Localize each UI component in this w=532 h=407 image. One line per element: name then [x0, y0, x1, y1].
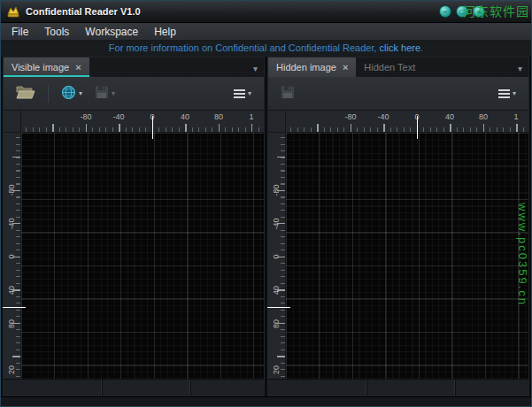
tab-label: Hidden Text [364, 62, 415, 73]
horizontal-ruler: -80 -40 0 40 80 1 [21, 111, 264, 133]
open-from-web-button[interactable]: ▾ [57, 81, 87, 106]
chevron-down-icon: ▾ [513, 89, 516, 97]
vertical-ruler: -80 -40 0 40 80 20 [4, 133, 21, 379]
globe-icon [61, 85, 76, 103]
info-text-suffix: . [420, 42, 423, 53]
hidden-image-canvas[interactable] [286, 133, 528, 379]
ruler-label: -80 [80, 112, 91, 121]
save-image-button[interactable]: ▾ [90, 81, 120, 105]
save-hidden-image-button[interactable] [276, 81, 299, 105]
hidden-tabbar: Hidden image × Hidden Text ▾ [268, 58, 528, 77]
hidden-status-row [268, 379, 528, 395]
info-text: For more information on Confidential and… [109, 42, 380, 53]
horizontal-ruler: -80 -40 0 40 80 1 [286, 111, 528, 133]
minimize-button[interactable]: − [439, 5, 451, 18]
save-icon [281, 85, 295, 102]
zero-marker [3, 307, 26, 308]
window-title: Confidential Reader V1.0 [26, 6, 141, 17]
save-icon [95, 85, 109, 102]
open-folder-icon [16, 85, 35, 102]
ruler-ticks [21, 124, 264, 132]
tab-close-icon[interactable]: × [75, 63, 81, 72]
tab-visible-image[interactable]: Visible image × [4, 58, 89, 77]
chevron-down-icon: ▾ [79, 89, 82, 97]
status-cell [4, 380, 103, 395]
chevron-down-icon: ▾ [248, 89, 251, 97]
tab-list-dropdown-icon[interactable]: ▾ [253, 64, 264, 77]
close-button[interactable]: × [473, 5, 485, 18]
visible-toolbar: ▾ ▾ ▾ [4, 77, 264, 111]
tab-hidden-text[interactable]: Hidden Text [356, 58, 423, 77]
status-cell [367, 380, 456, 395]
status-cell [268, 380, 367, 395]
maximize-button[interactable]: □ [456, 5, 468, 18]
hidden-image-panel: Hidden image × Hidden Text ▾ [267, 57, 529, 396]
ruler-ticks [286, 124, 528, 132]
ruler-label: -80 [344, 112, 356, 121]
ruler-label: 80 [214, 112, 223, 121]
vertical-ruler: -80 -40 0 40 80 20 [268, 133, 286, 379]
visible-status-row [4, 379, 264, 395]
tab-close-icon[interactable]: × [343, 63, 348, 72]
ruler-label: 1 [513, 112, 518, 121]
ruler-label: 80 [479, 112, 488, 121]
status-cell [103, 380, 191, 395]
hidden-plot-area: -80 -40 0 40 80 1 -80 -40 0 40 80 20 [268, 111, 528, 379]
status-bar [1, 396, 531, 406]
click-here-link[interactable]: click here [380, 42, 420, 53]
menu-workspace[interactable]: Workspace [78, 25, 145, 39]
ruler-corner [268, 111, 286, 133]
panel-menu-button[interactable]: ▾ [494, 86, 520, 102]
app-window: Confidential Reader V1.0 − □ × File Tool… [0, 0, 532, 407]
title-bar[interactable]: Confidential Reader V1.0 − □ × [1, 1, 531, 23]
ruler-label: -40 [377, 112, 389, 121]
tab-label: Visible image [12, 62, 69, 73]
info-bar: For more information on Confidential and… [1, 41, 531, 57]
hamburger-menu-icon [498, 89, 510, 98]
ruler-label: 1 [249, 112, 253, 121]
tab-hidden-image[interactable]: Hidden image × [268, 58, 356, 77]
visible-tabbar: Visible image × ▾ [4, 58, 264, 77]
zero-marker [417, 116, 418, 139]
zero-marker [267, 307, 290, 308]
ruler-corner [4, 111, 21, 133]
window-controls: − □ × [439, 5, 526, 18]
open-image-button[interactable] [12, 81, 40, 105]
menu-file[interactable]: File [4, 25, 35, 39]
visible-image-panel: Visible image × ▾ [3, 57, 265, 396]
menu-help[interactable]: Help [147, 25, 183, 39]
menu-tools[interactable]: Tools [37, 25, 76, 39]
tab-list-dropdown-icon[interactable]: ▾ [518, 64, 528, 77]
toolbar-separator [48, 85, 49, 103]
ruler-ticks [12, 133, 20, 379]
visible-image-canvas[interactable] [21, 133, 264, 379]
visible-plot-area: -80 -40 0 40 80 1 -80 -40 0 40 80 20 [4, 111, 264, 379]
ruler-label: 40 [181, 112, 189, 121]
hidden-toolbar: ▾ [268, 77, 528, 111]
workspace: Visible image × ▾ [1, 57, 531, 396]
ruler-label: -40 [112, 112, 124, 121]
menu-bar: File Tools Workspace Help [1, 23, 531, 41]
status-cell [456, 380, 528, 395]
hamburger-menu-icon [234, 89, 245, 98]
zero-marker [152, 116, 153, 139]
status-cell [191, 380, 264, 395]
panel-menu-button[interactable]: ▾ [229, 86, 256, 102]
ruler-label: 40 [445, 112, 454, 121]
app-icon [6, 4, 20, 19]
chevron-down-icon: ▾ [112, 89, 115, 97]
tab-label: Hidden image [276, 62, 336, 73]
ruler-ticks [277, 133, 285, 379]
